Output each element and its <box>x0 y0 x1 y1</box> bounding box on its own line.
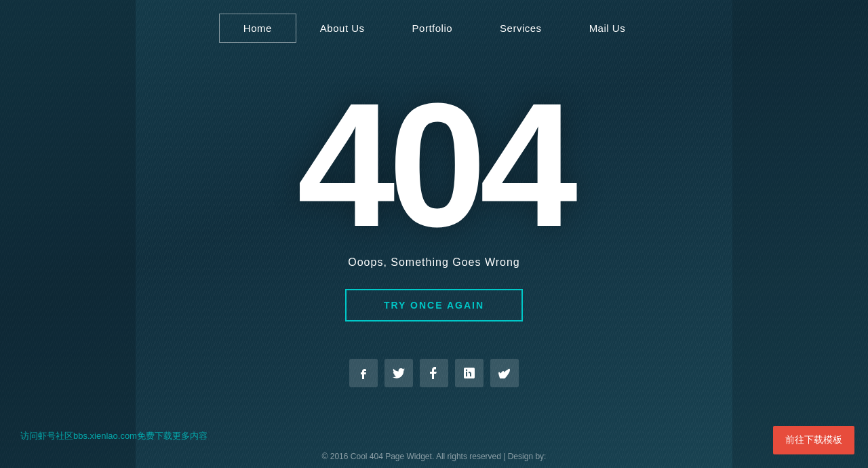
nav-home[interactable]: Home <box>219 14 296 43</box>
twitter-icon[interactable] <box>384 359 413 387</box>
navigation: Home About Us Portfolio Services Mail Us <box>0 0 868 56</box>
nav-mail[interactable]: Mail Us <box>566 14 650 42</box>
footer-text: © 2016 Cool 404 Page Widget. All rights … <box>322 452 547 461</box>
try-again-button[interactable]: TRY ONCE AGAIN <box>345 289 523 321</box>
facebook-icon[interactable] <box>349 359 378 387</box>
watermark-text: 访问虾号社区bbs.xienlao.com免费下载更多内容 <box>20 430 208 442</box>
social-icons-row <box>349 359 519 387</box>
error-code: 404 <box>297 77 571 253</box>
vimeo-icon[interactable] <box>490 359 519 387</box>
tumblr-icon[interactable] <box>420 359 448 387</box>
error-message: Ooops, Something Goes Wrong <box>348 256 520 269</box>
nav-services[interactable]: Services <box>476 14 566 42</box>
download-button[interactable]: 前往下载模板 <box>773 426 854 454</box>
nav-portfolio[interactable]: Portfolio <box>389 14 477 42</box>
main-content: Home About Us Portfolio Services Mail Us… <box>0 0 868 468</box>
linkedin-icon[interactable] <box>455 359 484 387</box>
nav-about[interactable]: About Us <box>296 14 389 42</box>
